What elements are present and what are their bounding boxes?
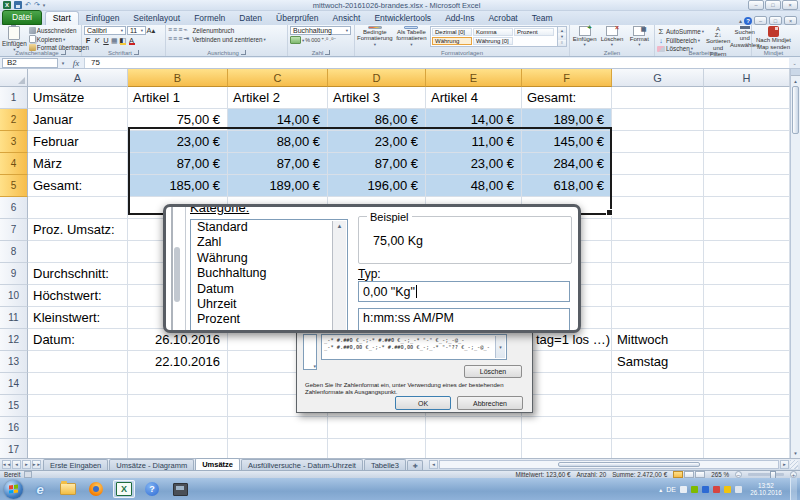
col-header-B[interactable]: B	[128, 69, 228, 87]
col-header-C[interactable]: C	[228, 69, 328, 87]
cell-F1[interactable]: Gesamt:	[522, 87, 612, 109]
taskbar-explorer-button[interactable]	[57, 480, 79, 498]
category-prozent[interactable]: Prozent	[191, 312, 347, 327]
style-komma[interactable]: Komma	[473, 28, 513, 36]
macro-record-icon[interactable]	[24, 471, 32, 478]
row-header-11[interactable]: 11	[0, 307, 28, 329]
col-header-A[interactable]: A	[28, 69, 128, 87]
sheet-tab-erste-eingaben[interactable]: Erste Eingaben	[43, 459, 108, 470]
cell-H11[interactable]	[704, 307, 790, 329]
cell-B3[interactable]: 23,00 €	[128, 131, 228, 153]
next-sheet-icon[interactable]: ►	[22, 460, 31, 469]
cell-F3[interactable]: 145,00 €	[522, 131, 612, 153]
row-header-17[interactable]: 17	[0, 439, 28, 458]
cell-F2[interactable]: 189,00 €	[522, 109, 612, 131]
insert-worksheet-tab[interactable]: ✚	[407, 460, 423, 470]
align-bottom-icon[interactable]: ≡	[178, 26, 182, 34]
row-header-3[interactable]: 3	[0, 131, 28, 153]
cell-A4[interactable]: März	[28, 153, 128, 175]
cell-A7[interactable]: Proz. Umsatz:	[28, 219, 128, 241]
cell-D3[interactable]: 23,00 €	[328, 131, 426, 153]
cell-C1[interactable]: Artikel 2	[228, 87, 328, 109]
tray-update-icon[interactable]	[691, 486, 698, 493]
cell-G1[interactable]	[612, 87, 704, 109]
first-sheet-icon[interactable]: ◄◄	[2, 460, 11, 469]
style-prozent[interactable]: Prozent	[514, 28, 554, 36]
sheet-tab-umsätze[interactable]: Umsätze	[195, 458, 240, 470]
zoom-out-icon[interactable]: −	[735, 471, 742, 478]
cell-A13[interactable]	[28, 351, 128, 373]
listbox-scrollbar[interactable]	[332, 221, 346, 332]
number-format-select[interactable]: Buchhaltung▾	[290, 26, 351, 35]
merge-center-button[interactable]: Verbinden und zentrieren	[192, 36, 262, 43]
insert-function-icon[interactable]: fx	[68, 58, 84, 68]
cell-G17[interactable]	[612, 439, 704, 458]
cell-H12[interactable]	[704, 329, 790, 351]
doc-minimize-button[interactable]: –	[754, 16, 767, 25]
cell-H13[interactable]	[704, 351, 790, 373]
cell-H7[interactable]	[704, 219, 790, 241]
cell-H6[interactable]	[704, 197, 790, 219]
percent-style-button[interactable]: %	[305, 37, 310, 43]
cell-B17[interactable]	[128, 439, 228, 458]
delete-cells-button[interactable]: Löschen▾	[599, 26, 624, 48]
cell-B16[interactable]	[128, 417, 228, 439]
mindjet-send-button[interactable]: Nach Mindjet Map senden	[754, 26, 793, 50]
name-box[interactable]: B2	[2, 58, 58, 68]
tab-seitenlayout[interactable]: Seitenlayout	[126, 12, 187, 25]
col-header-D[interactable]: D	[328, 69, 426, 87]
row-header-6[interactable]: 6	[0, 197, 28, 219]
show-desktop-button[interactable]	[790, 478, 797, 500]
row-header-7[interactable]: 7	[0, 219, 28, 241]
align-middle-icon[interactable]: ≡	[173, 26, 177, 34]
cell-C4[interactable]: 87,00 €	[228, 153, 328, 175]
sheet-tab-umsätze-diagramm[interactable]: Umsätze - Diagramm	[109, 459, 194, 470]
row-header-8[interactable]: 8	[0, 241, 28, 263]
cell-D2[interactable]: 86,00 €	[328, 109, 426, 131]
row-header-1[interactable]: 1	[0, 87, 28, 109]
select-all-corner[interactable]	[0, 69, 28, 87]
cell-H9[interactable]	[704, 263, 790, 285]
style-währung[interactable]: Währung	[432, 37, 472, 45]
row-header-5[interactable]: 5	[0, 175, 28, 197]
cell-C17[interactable]	[228, 439, 328, 458]
col-header-H[interactable]: H	[704, 69, 790, 87]
tray-alert-icon[interactable]	[713, 486, 720, 493]
cell-H4[interactable]	[704, 153, 790, 175]
cell-E4[interactable]: 23,00 €	[426, 153, 522, 175]
tab-formeln[interactable]: Formeln	[187, 12, 232, 25]
cell-H3[interactable]	[704, 131, 790, 153]
category-listbox[interactable]: StandardZahlWährungBuchhaltungDatumUhrze…	[190, 219, 348, 333]
cell-F17[interactable]	[522, 439, 612, 458]
cell-G9[interactable]	[612, 263, 704, 285]
save-icon[interactable]	[14, 1, 22, 9]
language-indicator[interactable]: DE	[666, 486, 676, 493]
cell-D4[interactable]: 87,00 €	[328, 153, 426, 175]
cell-A14[interactable]	[28, 373, 128, 395]
cell-G12[interactable]: Mittwoch	[612, 329, 704, 351]
cell-B1[interactable]: Artikel 1	[128, 87, 228, 109]
tray-display-icon[interactable]	[680, 486, 687, 493]
cell-A2[interactable]: Januar	[28, 109, 128, 131]
row-header-2[interactable]: 2	[0, 109, 28, 131]
cell-A6[interactable]	[28, 197, 128, 219]
tab-ansicht[interactable]: Ansicht	[326, 12, 368, 25]
resize-grip[interactable]	[790, 460, 798, 469]
tray-security-icon[interactable]	[702, 486, 709, 493]
cell-F13[interactable]	[522, 351, 612, 373]
cell-H1[interactable]	[704, 87, 790, 109]
prev-sheet-icon[interactable]: ◄	[12, 460, 21, 469]
autosum-button[interactable]: ΣAutoSumme▾	[657, 27, 704, 36]
format-cells-button[interactable]: Format▾	[627, 26, 652, 48]
tray-network-icon[interactable]	[724, 486, 731, 493]
align-left-icon[interactable]: ≡	[168, 35, 172, 43]
row-header-9[interactable]: 9	[0, 263, 28, 285]
cell-C5[interactable]: 189,00 €	[228, 175, 328, 197]
cell-A10[interactable]: Höchstwert:	[28, 285, 128, 307]
cell-F15[interactable]	[522, 395, 612, 417]
tab-start[interactable]: Start	[45, 11, 79, 25]
cell-A12[interactable]: Datum:	[28, 329, 128, 351]
row-header-16[interactable]: 16	[0, 417, 28, 439]
conditional-formatting-button[interactable]: Bedingte Formatierung▾	[357, 26, 393, 48]
cell-F5[interactable]: 618,00 €	[522, 175, 612, 197]
